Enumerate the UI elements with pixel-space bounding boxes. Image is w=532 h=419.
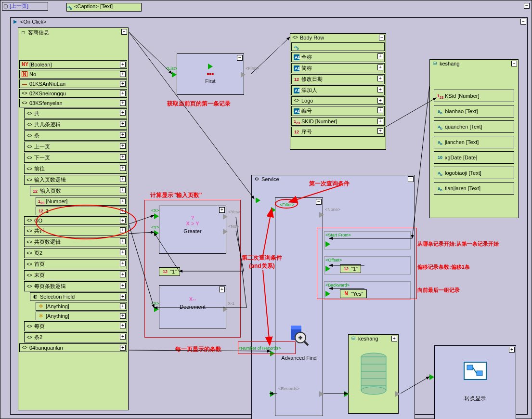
bodyrow-item-3[interactable]: 12修改日期+ xyxy=(291,74,385,84)
greater-expand[interactable]: + xyxy=(219,207,225,213)
left-item-8[interactable]: <>上一页+ xyxy=(24,142,127,152)
left-item-6[interactable]: <>共几条逻辑+ xyxy=(24,119,127,130)
db-graphic xyxy=(349,352,398,396)
keshang-item-2[interactable]: abquanchen [Text] xyxy=(434,120,514,133)
bodyrow-item-5[interactable]: <>Logo+ xyxy=(291,96,385,105)
text-icon: ab xyxy=(67,4,73,10)
dec-x1-port: X-1 xyxy=(228,301,234,306)
first-icon-area: ■■■ xyxy=(177,64,244,76)
left-panel-header: □ 客商信息 − xyxy=(18,28,128,37)
left-item-21[interactable]: <>每页条数逻辑+ xyxy=(24,281,127,291)
bodyrow-item-0[interactable]: ab [Text]</span><div class="expand-btn" … xyxy=(291,42,385,51)
convert-expand[interactable]: + xyxy=(509,347,515,353)
left-item-25[interactable]: <>每页+ xyxy=(24,321,127,331)
left-item-14[interactable]: 121+ xyxy=(36,207,127,215)
one-label: "1" xyxy=(170,269,177,275)
bodyrow-item-2[interactable]: AB简称+ xyxy=(291,63,385,73)
onclick-container: ▶ <On Click> − □ 客商信息 − NY [Boolean]+NNo… xyxy=(10,17,528,415)
list-port-tri xyxy=(172,72,177,79)
offset-val[interactable]: 12 "1" xyxy=(340,264,361,273)
decrement-block[interactable]: + X-- Decrement xyxy=(159,285,226,328)
keshang-db[interactable]: ⛁ keshang + xyxy=(348,334,399,414)
keshang-db-expand[interactable]: + xyxy=(391,336,397,341)
backward-port: <Backward> xyxy=(325,283,409,288)
top-collapse[interactable]: − xyxy=(524,3,530,9)
left-item-3[interactable]: <>02KSneirongqu+ xyxy=(19,89,127,98)
bodyrow-item-6[interactable]: AB编号+ xyxy=(291,106,385,116)
bodyrow-item-7[interactable]: 123SKID [Number]+ xyxy=(291,117,385,126)
greater-block[interactable]: + ? X > Y Greater xyxy=(159,206,226,254)
keshang-item-4[interactable]: 10xgDate [Date] xyxy=(434,151,514,164)
bodyrow-item-4[interactable]: AB添加人+ xyxy=(291,85,385,95)
keshang-item-1[interactable]: abbianhao [Text] xyxy=(434,105,514,118)
onclick-title: <On Click> xyxy=(20,19,46,25)
left-item-18[interactable]: <>页2+ xyxy=(24,248,127,258)
onclick-collapse[interactable]: − xyxy=(520,19,526,25)
offset-port: <Offset> xyxy=(325,258,409,262)
left-item-12[interactable]: 12输入页数+ xyxy=(30,186,127,196)
bodyrow-header: <> Body Row − xyxy=(290,34,386,41)
keshang-collapse[interactable]: − xyxy=(511,61,517,66)
left-item-24[interactable]: ✻ [Anything]+ xyxy=(36,312,127,320)
advfind-icon xyxy=(275,323,323,348)
left-item-4[interactable]: <>03KSfenyelan+ xyxy=(19,99,127,107)
svg-rect-15 xyxy=(477,371,482,376)
keshang-item-3[interactable]: abjianchen [Text] xyxy=(434,136,514,148)
left-item-16[interactable]: <>共计+ xyxy=(24,226,127,236)
service-block[interactable]: ⚙ Service − − Advanced Find <Filter> xyxy=(251,175,415,419)
convert-icon xyxy=(435,361,516,381)
left-item-11[interactable]: <>输入页数逻辑+ xyxy=(24,175,127,185)
left-item-22[interactable]: ◐Selection Field+ xyxy=(30,292,127,301)
left-item-17[interactable]: <>共页数逻辑+ xyxy=(24,237,127,247)
left-panel-collapse[interactable]: − xyxy=(121,29,127,35)
bodyrow-block[interactable]: <> Body Row − ab [Text]</span><div class… xyxy=(290,33,386,150)
advfind-collapse[interactable]: − xyxy=(316,199,322,205)
advfind-block[interactable]: − Advanced Find xyxy=(275,197,323,416)
keshang-header: ⛁ keshang − xyxy=(430,60,518,67)
decrement-title: Decrement xyxy=(159,302,226,312)
caption-box[interactable]: ab <Caption> [Text] xyxy=(66,3,142,12)
decrement-formula: X-- xyxy=(159,296,226,302)
left-item-1[interactable]: NNo+ xyxy=(19,70,127,79)
left-item-23[interactable]: ✻ [Anything]+ xyxy=(36,302,127,311)
left-item-26[interactable]: <>条2+ xyxy=(24,332,127,342)
diagram-canvas: ▢ [上一页] − ab <Caption> [Text] ▶ <On Clic… xyxy=(0,0,532,419)
left-item-13[interactable]: 123 [Number]+ xyxy=(36,197,127,206)
bodyrow-item-1[interactable]: AB全称+ xyxy=(291,52,385,62)
keshang-title: keshang xyxy=(440,61,460,66)
left-item-19[interactable]: <>首页+ xyxy=(24,259,127,269)
startfrom-port: <Start From> xyxy=(325,233,409,237)
keshang-block[interactable]: ⛁ keshang − 123KSid [Number]abbianhao [T… xyxy=(429,59,519,218)
svg-rect-1 xyxy=(291,326,301,329)
num-icon: 12 xyxy=(162,269,168,275)
left-item-2[interactable]: ▬01KSAnNiuLan+ xyxy=(19,79,127,88)
anno-getfirst: 获取当前页的第一条记录 xyxy=(167,100,231,108)
label-icon: ▢ xyxy=(2,3,8,9)
bodyrow-item-8[interactable]: 12序号+ xyxy=(291,127,385,137)
keshang-item-5[interactable]: ablogobiaoji [Text] xyxy=(434,167,514,179)
decrement-expand[interactable]: + xyxy=(219,287,225,292)
keshang-item-6[interactable]: abtianjiaren [Text] xyxy=(434,182,514,195)
left-item-5[interactable]: <>共+ xyxy=(24,108,127,118)
keshang-item-0[interactable]: 123KSid [Number] xyxy=(434,90,514,102)
left-item-10[interactable]: <>前往+ xyxy=(24,164,127,174)
x-port: <X> xyxy=(151,208,159,213)
anno-fromrecord: 从哪条记录开始:从第一条记录开始 xyxy=(417,240,499,248)
trigger-icon: ▶ xyxy=(13,19,18,25)
one-box[interactable]: 12 "1" xyxy=(159,267,180,276)
left-item-15[interactable]: <>GO+ xyxy=(24,216,127,225)
left-item-0[interactable]: NY [Boolean]+ xyxy=(19,60,127,69)
greater-formula: ? X > Y xyxy=(159,215,226,226)
bodyrow-collapse[interactable]: − xyxy=(379,35,385,40)
bodyrow-title: Body Row xyxy=(300,35,324,40)
first-collapse[interactable]: − xyxy=(237,55,243,61)
left-item-7[interactable]: <>条+ xyxy=(24,131,127,141)
caption-label: <Caption> [Text] xyxy=(74,3,113,9)
left-item-27[interactable]: <>04banquanlan+ xyxy=(19,343,127,352)
backward-val[interactable]: N "Yes" xyxy=(340,289,367,298)
left-item-9[interactable]: <>下一页+ xyxy=(24,153,127,163)
left-item-20[interactable]: <>末页+ xyxy=(24,270,127,280)
service-collapse[interactable]: − xyxy=(408,176,414,182)
first-block[interactable]: − ■■■ First xyxy=(177,53,244,95)
convert-block[interactable]: + 转换显示 xyxy=(434,345,516,419)
